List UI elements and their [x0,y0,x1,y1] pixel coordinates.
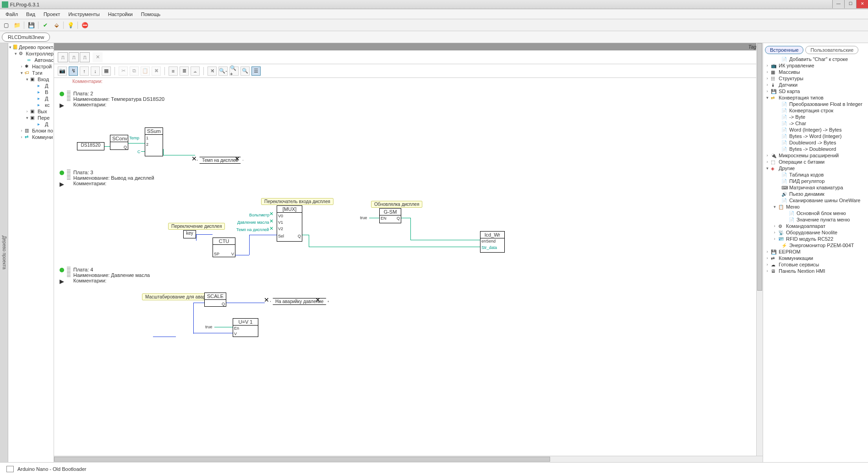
align2-icon[interactable]: ≣ [180,66,189,76]
grip-icon[interactable] [67,91,71,101]
save-icon[interactable]: 💾 [27,21,35,29]
lib-pzem[interactable]: Энергомонитор PZEM-004T [789,243,854,248]
lib-cs[interactable]: Конвертация строк [789,108,833,113]
comment-obn[interactable]: Обновлялка дисплея [371,201,422,208]
block-mux[interactable]: [MUX] V0 V1 V2 Sel Q [277,205,302,242]
project-tab[interactable]: RLCDmulti3new [2,33,50,42]
menu-help[interactable]: Помощь [137,10,164,18]
board-tab-2[interactable]: ⎍ [69,52,79,62]
lib-sd[interactable]: SD карта [779,88,800,94]
scroll-thumb[interactable] [54,457,550,462]
library-tree[interactable]: 📄Добавить "Char" к строке ›📺ИК управлени… [763,55,868,462]
menu-settings[interactable]: Настройки [104,10,136,18]
copy-icon[interactable]: ⧉ [130,66,139,76]
comment-peredisp[interactable]: Переключение дисплея [168,223,225,230]
tree-root[interactable]: Дерево проекта [19,44,54,50]
block-sconv[interactable]: SConv Q [110,135,128,150]
lib-tcodes[interactable]: Таблица кодов [789,172,824,177]
lib-bdw[interactable]: Bytes -> Doubleword [789,146,836,152]
select-icon[interactable]: ↯ [69,66,78,76]
lib-arr[interactable]: Массивы [779,69,800,75]
lib-piezo[interactable]: Пьезо динамик [789,191,824,197]
lib-tb[interactable]: -> Byte [789,114,805,120]
zoom-in-icon[interactable]: 🔍+ [229,66,239,76]
tags-bar[interactable]: Tags [54,43,763,50]
tab-builtin[interactable]: Встроенные [765,46,803,54]
lib-cmd[interactable]: Командоаппарат [786,223,825,229]
lib-wib[interactable]: Word (Integer) -> Bytes [789,127,841,133]
tree-auto[interactable]: Автонас [34,57,54,63]
lib-ik[interactable]: ИК управление [779,63,814,68]
lib-bwi[interactable]: Bytes -> Word (Integer) [789,133,841,139]
lib-mval[interactable]: Значение пункта меню [797,217,850,222]
block-ssum[interactable]: SSum 1 2 [145,127,163,156]
lib-tc[interactable]: -> Char [789,121,806,126]
block-lcdwr[interactable]: lcd_Wr enSend Str_data [480,231,505,253]
lib-fi[interactable]: Преобразование Float в Integer [789,101,863,107]
tree-kc[interactable]: кс [45,102,49,108]
block-ctu[interactable]: CTU SP V [213,238,235,257]
arrow-down-icon[interactable]: ↓ [91,66,100,76]
tree-blocks[interactable]: Блоки по [32,128,53,133]
lib-struct[interactable]: Структуры [779,76,803,81]
hint-icon[interactable]: 💡 [66,21,75,29]
lib-addchar[interactable]: Добавить "Char" к строке [789,56,848,62]
project-tree[interactable]: ▾📒Дерево проекта ▾⚙Контроллер ∞Автонас ›… [8,43,54,141]
new-icon[interactable]: ▢ [2,21,10,29]
cut-icon[interactable]: ✂ [119,66,128,76]
lib-mblock[interactable]: Основной блок меню [797,210,846,216]
grid-icon[interactable]: ▦ [102,66,111,76]
lib-other[interactable]: Другие [779,166,795,171]
stop-icon[interactable]: ⛔ [81,21,89,29]
tree-settings[interactable]: Настрой [32,64,52,69]
block-key[interactable]: key [183,230,196,238]
lib-sens[interactable]: Датчики [779,82,797,88]
compile-icon[interactable]: ⬙ [52,21,60,29]
menu-view[interactable]: Вид [22,10,39,18]
board-tab-1[interactable]: ⎍ [58,52,68,62]
open-icon[interactable]: 📁 [13,21,21,29]
tree-d2[interactable]: Д [45,96,48,101]
zoom-fit-icon[interactable]: 🔍 [240,66,250,76]
tree-tags[interactable]: Тэги [32,70,43,76]
align1-icon[interactable]: ≡ [169,66,178,76]
close-tab-icon[interactable]: ✕ [93,52,103,62]
zoom-out-icon[interactable]: 🔍- [218,66,228,76]
tab-user[interactable]: Пользовательские [805,46,858,54]
lib-mk[interactable]: Матричная клавиатура [789,185,843,190]
vertical-scrollbar[interactable] [756,43,763,456]
tree-out[interactable]: Вых [38,109,47,114]
minimize-button[interactable]: — [832,0,844,8]
comment-peremux[interactable]: Переключатель входа дисплея [261,198,333,205]
tree-controller[interactable]: Контроллер [26,51,54,56]
lib-nex[interactable]: Панель Nextion HMI [779,268,825,274]
tree-d3[interactable]: Д [45,122,48,127]
block-ds18s20[interactable]: DS18S20 [77,142,104,150]
link-icon[interactable]: ⤨ [207,66,217,76]
expand-arrow-icon[interactable]: ▶ [60,102,64,109]
snapshot-icon[interactable]: 📷 [58,66,67,76]
check-icon[interactable]: ✔ [41,21,49,29]
delete-icon[interactable]: ✖ [152,66,161,76]
lib-ow[interactable]: Сканирование шины OneWare [789,198,860,203]
lib-menu[interactable]: Меню [786,204,800,210]
block-uv1[interactable]: U=V 1 En V [233,318,258,337]
align3-icon[interactable]: ⫠ [191,66,200,76]
lib-srv[interactable]: Готовые сервисы [779,262,819,267]
lib-bits[interactable]: Операции с битами [779,159,824,165]
lib-dwb[interactable]: Doubleword -> Bytes [789,140,836,145]
overview-icon[interactable]: ☰ [251,66,261,76]
diagram-canvas[interactable]: Комментарии: Плата: 2 Наименование: Темп… [54,78,763,462]
block-gsm[interactable]: G-SM EN Q [379,208,401,223]
tree-in[interactable]: Вход [38,77,49,82]
lib-chips[interactable]: Микросхемы расширений [779,153,839,158]
maximize-button[interactable]: ☐ [844,0,856,8]
menu-project[interactable]: Проект [40,10,64,18]
lib-conv[interactable]: Конвертация типов [779,95,824,100]
tree-b[interactable]: В [45,89,48,95]
tree-pere[interactable]: Пере [38,115,49,121]
expand-arrow-icon[interactable]: ▶ [60,278,64,285]
close-button[interactable]: ✕ [856,0,868,8]
arrow-up-icon[interactable]: ↑ [80,66,89,76]
scroll-thumb[interactable] [757,43,762,291]
